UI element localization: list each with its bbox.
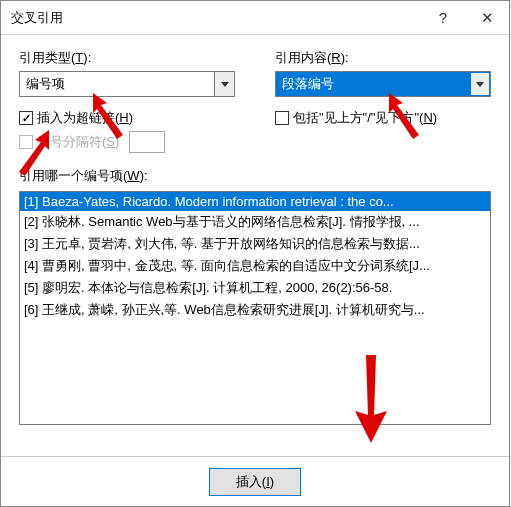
checkbox-icon (19, 111, 33, 125)
which-item-label: 引用哪一个编号项(W): (19, 167, 491, 185)
list-item[interactable]: [4] 曹勇刚, 曹羽中, 金茂忠, 等. 面向信息检索的自适应中文分词系统[J… (20, 255, 490, 277)
reference-type-combo[interactable]: 编号项 (19, 71, 235, 97)
reference-content-label: 引用内容(R): (275, 49, 491, 67)
dialog-title: 交叉引用 (11, 9, 421, 27)
reference-content-combo[interactable]: 段落编号 (275, 71, 491, 97)
help-button[interactable]: ? (421, 2, 465, 34)
list-item[interactable]: [2] 张晓林. Semantic Web与基于语义的网络信息检索[J]. 情报… (20, 211, 490, 233)
titlebar: 交叉引用 ? ✕ (1, 1, 509, 35)
dialog-content: 引用类型(T): 编号项 引用内容(R): 段落编号 (1, 35, 509, 456)
numbered-items-listbox[interactable]: [1] Baeza-Yates, Ricardo. Modern informa… (19, 191, 491, 425)
separator-input (129, 131, 165, 153)
number-separator-checkbox: 编号分隔符(S) (19, 129, 235, 155)
reference-type-label: 引用类型(T): (19, 49, 235, 67)
close-button[interactable]: ✕ (465, 2, 509, 34)
insert-as-hyperlink-checkbox[interactable]: 插入为超链接(H) (19, 107, 235, 129)
list-item[interactable]: [1] Baeza-Yates, Ricardo. Modern informa… (20, 192, 490, 211)
insert-button[interactable]: 插入(I) (209, 468, 301, 496)
list-item[interactable]: [3] 王元卓, 贾岩涛, 刘大伟, 等. 基于开放网络知识的信息检索与数据..… (20, 233, 490, 255)
dialog-footer: 插入(I) (1, 456, 509, 506)
cross-reference-dialog: 交叉引用 ? ✕ 引用类型(T): 编号项 引用内容(R): 段落编号 (0, 0, 510, 507)
checkbox-icon (19, 135, 33, 149)
include-above-below-checkbox[interactable]: 包括"见上方"/"见下方"(N) (275, 107, 491, 129)
list-item[interactable]: [6] 王继成, 萧嵘, 孙正兴,等. Web信息检索研究进展[J]. 计算机研… (20, 299, 490, 321)
checkbox-icon (275, 111, 289, 125)
list-item[interactable]: [5] 廖明宏. 本体论与信息检索[J]. 计算机工程, 2000, 26(2)… (20, 277, 490, 299)
chevron-down-icon[interactable] (214, 72, 234, 96)
chevron-down-icon[interactable] (470, 72, 490, 96)
